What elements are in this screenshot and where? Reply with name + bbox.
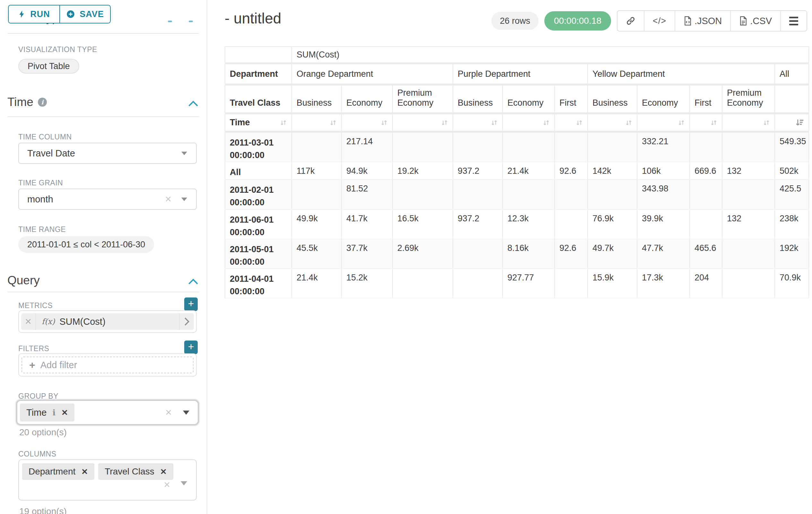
- code-icon: </>: [653, 16, 666, 26]
- pivot-data-row: 2011-02-01 00:00:0081.52343.98425.5: [225, 180, 809, 209]
- chevron-down-icon[interactable]: [181, 152, 187, 155]
- time-column-label: TIME COLUMN: [18, 133, 72, 141]
- sort-icon[interactable]: [542, 118, 550, 127]
- pivot-cell: [555, 269, 588, 298]
- pivot-sort-row: Time: [225, 113, 809, 132]
- pivot-row-label: 2011-04-01 00:00:00: [225, 269, 292, 298]
- pivot-cell: 192k: [775, 239, 809, 269]
- pivot-blank-cell: [225, 47, 292, 63]
- pivot-cell: 465.6: [690, 239, 722, 269]
- chevron-down-icon[interactable]: [183, 410, 190, 415]
- scrolled-icon-fragment: [168, 21, 172, 22]
- pivot-row-label: All: [225, 162, 292, 180]
- time-range-pill[interactable]: 2011-01-01 ≤ col < 2011-06-30: [18, 236, 154, 253]
- export-csv-button[interactable]: .CSV: [730, 11, 780, 31]
- section-divider: [7, 116, 199, 117]
- pivot-sort-cell: [292, 113, 342, 132]
- sort-icon[interactable]: [709, 118, 718, 127]
- pivot-cell: [292, 180, 342, 209]
- clear-icon[interactable]: ✕: [165, 408, 172, 417]
- pivot-cell: [722, 269, 775, 298]
- add-metric-button[interactable]: +: [184, 297, 198, 311]
- export-json-button[interactable]: .JSON: [675, 11, 730, 31]
- time-grain-label: TIME GRAIN: [18, 179, 63, 187]
- pivot-cell: 21.4k: [292, 269, 342, 298]
- pivot-group-header: Orange Department: [292, 63, 453, 84]
- chevron-up-icon[interactable]: [188, 100, 198, 109]
- remove-tag-icon[interactable]: ✕: [61, 408, 68, 417]
- pivot-cell: 669.6: [690, 162, 722, 180]
- pivot-row-label: 2011-06-01 00:00:00: [225, 210, 292, 239]
- add-filter-plus-button[interactable]: +: [184, 341, 198, 354]
- pivot-col-header: Business: [292, 84, 342, 113]
- pivot-cell: 81.52: [342, 180, 393, 209]
- columns-label: COLUMNS: [18, 450, 57, 458]
- pivot-col-header: Economy: [502, 84, 555, 113]
- pivot-group-header: Yellow Department: [588, 63, 775, 84]
- chevron-down-icon[interactable]: [181, 197, 187, 201]
- sort-icon[interactable]: [380, 118, 388, 127]
- pivot-data-row: 2011-05-01 00:00:0045.5k37.7k2.69k8.16k9…: [225, 239, 809, 269]
- clear-icon[interactable]: ✕: [163, 480, 170, 490]
- remove-tag-icon[interactable]: ✕: [81, 467, 88, 477]
- fx-icon: f(x): [42, 317, 55, 326]
- pivot-col-header: First: [555, 84, 588, 113]
- pivot-cell: 92.6: [555, 239, 588, 269]
- clear-icon[interactable]: ✕: [165, 194, 172, 204]
- group-by-option-count: 20 option(s): [19, 427, 67, 437]
- sort-icon[interactable]: [490, 118, 498, 127]
- metric-pill[interactable]: ✕ f(x) SUM(Cost): [21, 313, 194, 330]
- pivot-col-header: First: [690, 84, 722, 113]
- group-by-tag-label: Time: [26, 407, 47, 418]
- columns-tag[interactable]: Travel Class✕: [98, 463, 173, 480]
- pivot-table: SUM(Cost) DepartmentOrange DepartmentPur…: [225, 46, 809, 298]
- sort-icon[interactable]: [440, 118, 449, 127]
- chevron-down-icon[interactable]: [181, 481, 187, 485]
- pivot-cell: 16.5k: [393, 210, 453, 239]
- save-button[interactable]: SAVE: [59, 5, 110, 23]
- pivot-cell: 425.5: [775, 180, 809, 209]
- export-button-group: </> .JSON .CSV: [617, 10, 807, 31]
- remove-metric-icon[interactable]: ✕: [21, 313, 36, 330]
- columns-select[interactable]: Department✕Travel Class✕ ✕: [18, 459, 197, 501]
- chart-title[interactable]: - untitled: [225, 10, 281, 27]
- run-button[interactable]: RUN: [9, 5, 59, 23]
- group-by-tag[interactable]: Time i ✕: [20, 404, 75, 422]
- pivot-cell: 49.9k: [292, 210, 342, 239]
- columns-tag[interactable]: Department✕: [22, 463, 94, 480]
- sort-icon[interactable]: [279, 118, 288, 127]
- columns-option-count: 19 option(s): [19, 506, 67, 514]
- pivot-row-label: 2011-05-01 00:00:00: [225, 239, 292, 269]
- pivot-cell: [453, 180, 502, 209]
- pivot-cell: 15.9k: [588, 269, 637, 298]
- pivot-cell: 45.5k: [292, 239, 342, 269]
- pivot-sort-cell: [555, 113, 588, 132]
- share-link-button[interactable]: [617, 11, 644, 31]
- time-grain-select[interactable]: month ✕: [18, 189, 197, 210]
- menu-button[interactable]: [780, 11, 807, 31]
- remove-tag-icon[interactable]: ✕: [160, 467, 167, 477]
- sort-icon[interactable]: [762, 118, 771, 127]
- group-by-select[interactable]: Time i ✕ ✕: [16, 400, 199, 425]
- sort-icon[interactable]: [677, 118, 686, 127]
- time-column-select[interactable]: Travel Date: [18, 143, 197, 164]
- query-heading-label: Query: [7, 274, 40, 287]
- sort-desc-icon[interactable]: [795, 118, 805, 128]
- sort-icon[interactable]: [329, 118, 337, 127]
- metric-body: f(x) SUM(Cost): [36, 313, 179, 330]
- sort-icon[interactable]: [575, 118, 583, 127]
- plus-icon: +: [29, 359, 35, 371]
- plus-circle-icon: [66, 10, 75, 19]
- view-query-button[interactable]: </>: [644, 11, 675, 31]
- chevron-right-icon[interactable]: [179, 313, 194, 330]
- hamburger-icon: [789, 17, 798, 25]
- visualization-type-pill[interactable]: Pivot Table: [18, 59, 79, 74]
- pivot-row-dim2-header: Travel Class: [225, 84, 292, 113]
- chevron-up-icon[interactable]: [188, 278, 198, 287]
- add-filter-dropzone[interactable]: + Add filter: [22, 357, 194, 373]
- columns-tag-label: Travel Class: [105, 466, 154, 477]
- filters-control: + Add filter: [18, 353, 197, 377]
- pivot-cell: [690, 210, 722, 239]
- pivot-sort-cell: [775, 113, 809, 132]
- sort-icon[interactable]: [625, 118, 633, 127]
